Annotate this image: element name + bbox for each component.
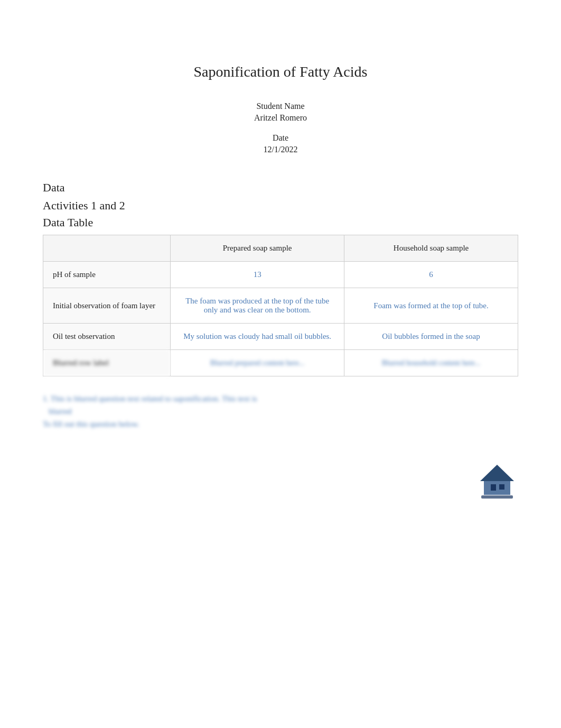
- row-value-ph-household: 6: [344, 262, 518, 288]
- data-table: Prepared soap sample Household soap samp…: [43, 235, 518, 376]
- svg-marker-1: [480, 465, 514, 481]
- row-value-foam-prepared: The foam was produced at the top of the …: [171, 288, 344, 324]
- row-value-ph-prepared: 13: [171, 262, 344, 288]
- row-label-oil: Oil test observation: [43, 324, 171, 350]
- table-header-row: Prepared soap sample Household soap samp…: [43, 235, 518, 262]
- section-activities-heading: Activities 1 and 2: [43, 199, 518, 213]
- date-value: 12/1/2022: [43, 145, 518, 154]
- row-value-foam-household: Foam was formed at the top of tube.: [344, 288, 518, 324]
- col-header-prepared: Prepared soap sample: [171, 235, 344, 262]
- blurred-footer-text: 1. This is blurred question text related…: [43, 392, 518, 430]
- table-row: Initial observation of foam layer The fo…: [43, 288, 518, 324]
- svg-rect-4: [481, 495, 513, 499]
- row-value-oil-prepared: My solution was cloudy had small oil bub…: [171, 324, 344, 350]
- logo-area: [43, 462, 518, 499]
- svg-rect-2: [491, 484, 496, 491]
- row-label-ph: pH of sample: [43, 262, 171, 288]
- section-data-heading: Data: [43, 181, 518, 195]
- col-header-household: Household soap sample: [344, 235, 518, 262]
- svg-rect-3: [499, 484, 504, 490]
- row-value-oil-household: Oil bubbles formed in the soap: [344, 324, 518, 350]
- student-name: Aritzel Romero: [43, 113, 518, 123]
- col-header-label: [43, 235, 171, 262]
- table-row: pH of sample 13 6: [43, 262, 518, 288]
- table-row-blurred: Blurred row label Blurred prepared conte…: [43, 350, 518, 376]
- row-value-blurred-prepared: Blurred prepared content here...: [171, 350, 344, 376]
- page-container: Saponification of Fatty Acids Student Na…: [43, 63, 518, 499]
- logo-icon: [476, 462, 518, 499]
- document-title: Saponification of Fatty Acids: [43, 63, 518, 80]
- title-section: Saponification of Fatty Acids Student Na…: [43, 63, 518, 154]
- row-label-foam: Initial observation of foam layer: [43, 288, 171, 324]
- section-table-heading: Data Table: [43, 216, 518, 229]
- student-label: Student Name: [43, 102, 518, 111]
- table-row: Oil test observation My solution was clo…: [43, 324, 518, 350]
- footer-section: 1. This is blurred question text related…: [43, 392, 518, 430]
- date-label: Date: [43, 133, 518, 143]
- row-label-blurred: Blurred row label: [43, 350, 171, 376]
- row-value-blurred-household: Blurred household content here...: [344, 350, 518, 376]
- student-section: Student Name Aritzel Romero Date 12/1/20…: [43, 102, 518, 154]
